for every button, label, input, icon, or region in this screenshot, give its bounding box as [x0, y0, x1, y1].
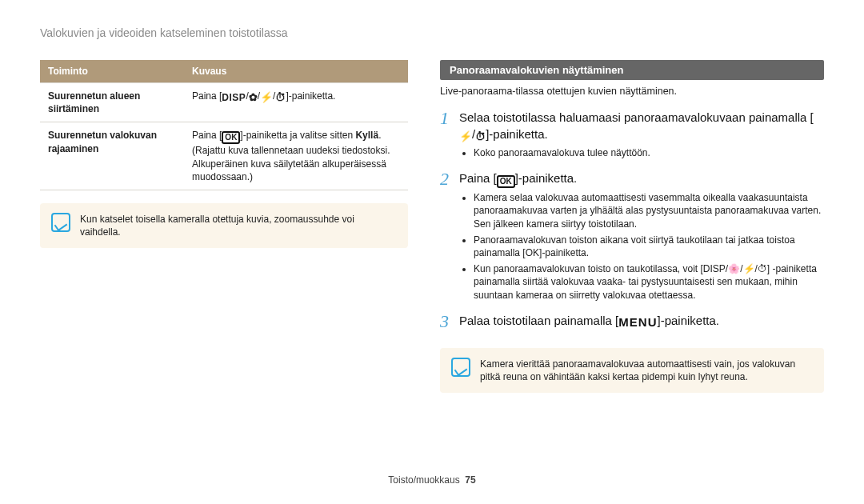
row-desc: Paina [DISP/✿/⚡/⏱]-painiketta. — [184, 83, 408, 122]
step-headline: Palaa toistotilaan painamalla [MENU]-pai… — [459, 313, 824, 330]
section-lead: Live-panoraama-tilassa otettujen kuvien … — [440, 85, 824, 98]
bullet: Kamera selaa valokuvaa automaattisesti v… — [474, 191, 824, 230]
bullet: Koko panoraamavalokuva tulee näyttöön. — [474, 146, 824, 159]
table-header-toiminto: Toiminto — [40, 60, 184, 83]
timer-icon: ⏱ — [475, 130, 486, 144]
step-bullets: Koko panoraamavalokuva tulee näyttöön. — [474, 146, 824, 159]
table-header-kuvaus: Kuvaus — [184, 60, 408, 83]
macro-icon: ✿ — [249, 90, 258, 105]
bullet: Panoraamavalokuvan toiston aikana voit s… — [474, 234, 824, 259]
ok-icon: OK — [222, 131, 240, 144]
manual-page: Valokuvien ja videoiden katseleminen toi… — [0, 0, 864, 504]
timer-icon: ⏱ — [275, 90, 286, 105]
ok-icon: OK — [497, 175, 515, 188]
table-row: Suurennetun valokuvan rajaaminen Paina [… — [40, 122, 408, 190]
note-text: Kamera vierittää panoraamavalokuvaa auto… — [480, 358, 813, 383]
function-table: Toiminto Kuvaus Suurennetun alueen siirt… — [40, 60, 408, 190]
note-text: Kun katselet toisella kameralla otettuja… — [80, 213, 397, 238]
step-2: Paina [OK]-painiketta. Kamera selaa valo… — [440, 170, 824, 302]
menu-icon: MENU — [618, 314, 657, 330]
content-columns: Toiminto Kuvaus Suurennetun alueen siirt… — [40, 60, 824, 394]
step-headline: Paina [OK]-painiketta. — [459, 170, 824, 188]
row-desc: Paina [OK]-painiketta ja valitse sitten … — [184, 122, 408, 190]
breadcrumb: Valokuvien ja videoiden katseleminen toi… — [40, 26, 824, 41]
bullet: Kun panoraamavalokuvan toisto on taukoti… — [474, 262, 824, 302]
note-box-right: Kamera vierittää panoraamavalokuvaa auto… — [440, 348, 824, 393]
table-row: Suurennetun alueen siirtäminen Paina [DI… — [40, 83, 408, 122]
step-3: Palaa toistotilaan painamalla [MENU]-pai… — [440, 313, 824, 330]
note-icon — [451, 358, 470, 377]
note-box-left: Kun katselet toisella kameralla otettuja… — [40, 203, 408, 248]
bold-kylla: Kyllä — [355, 130, 378, 141]
row-label: Suurennetun alueen siirtäminen — [40, 83, 184, 122]
right-column: Panoraamavalokuvien näyttäminen Live-pan… — [440, 60, 824, 394]
row-label: Suurennetun valokuvan rajaaminen — [40, 122, 184, 190]
step-headline: Selaa toistotilassa haluamaasi panoraama… — [459, 110, 824, 143]
section-heading: Panoraamavalokuvien näyttäminen — [440, 60, 824, 81]
flash-icon: ⚡ — [459, 130, 472, 144]
step-bullets: Kamera selaa valokuvaa automaattisesti v… — [474, 191, 824, 302]
left-column: Toiminto Kuvaus Suurennetun alueen siirt… — [40, 60, 408, 394]
steps-list: Selaa toistotilassa haluamaasi panoraama… — [440, 110, 824, 342]
page-number: 75 — [465, 474, 475, 486]
step-1: Selaa toistotilassa haluamaasi panoraama… — [440, 110, 824, 159]
footer-section: Toisto/muokkaus — [388, 474, 459, 486]
flash-icon: ⚡ — [260, 90, 273, 105]
disp-icon: DISP — [222, 91, 246, 104]
note-icon — [51, 213, 70, 232]
page-footer: Toisto/muokkaus 75 — [0, 474, 864, 486]
